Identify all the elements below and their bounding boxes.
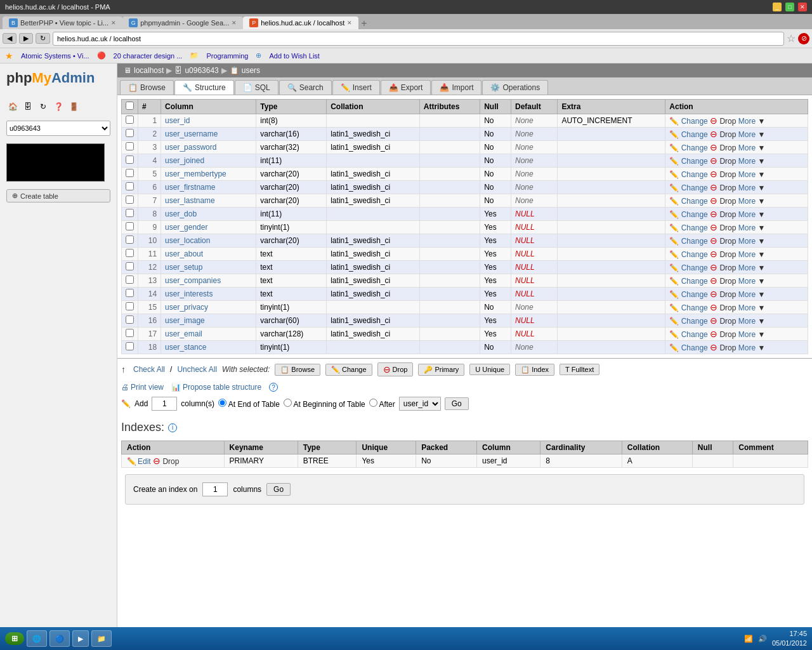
row-dropdown-icon[interactable]: ▼ bbox=[757, 330, 765, 339]
row-checkbox[interactable] bbox=[126, 222, 134, 230]
row-more-link[interactable]: More bbox=[738, 343, 756, 352]
indexes-help-icon[interactable]: i bbox=[168, 423, 177, 432]
row-checkbox[interactable] bbox=[126, 329, 134, 337]
row-more-link[interactable]: More bbox=[738, 157, 756, 166]
at-end-radio[interactable] bbox=[218, 399, 226, 407]
maximize-button[interactable]: □ bbox=[785, 3, 794, 11]
tab-close-0[interactable]: ✕ bbox=[111, 20, 116, 26]
taskbar-explorer[interactable]: 📁 bbox=[91, 630, 112, 647]
row-more-link[interactable]: More bbox=[738, 143, 756, 152]
bookmark-wishlist[interactable]: Add to Wish List bbox=[269, 52, 319, 60]
row-change-link[interactable]: Change bbox=[681, 157, 708, 166]
row-checkbox[interactable] bbox=[126, 289, 134, 297]
row-change-link[interactable]: Change bbox=[681, 143, 708, 152]
row-dropdown-icon[interactable]: ▼ bbox=[757, 183, 765, 192]
row-more-link[interactable]: More bbox=[738, 130, 756, 139]
row-drop-link[interactable]: Drop bbox=[719, 343, 736, 352]
row-change-link[interactable]: Change bbox=[681, 263, 708, 272]
bookmark-programming[interactable]: Programming bbox=[206, 52, 248, 60]
create-index-input[interactable] bbox=[202, 482, 228, 496]
home-icon[interactable]: 🏠 bbox=[6, 100, 19, 113]
row-dropdown-icon[interactable]: ▼ bbox=[757, 343, 765, 352]
row-dropdown-icon[interactable]: ▼ bbox=[757, 277, 765, 286]
database-selector[interactable]: u0963643 bbox=[6, 121, 110, 136]
browser-tab-2[interactable]: P helios.hud.ac.uk / localhost ✕ bbox=[243, 17, 358, 29]
row-checkbox[interactable] bbox=[126, 129, 134, 137]
star-icon[interactable]: ☆ bbox=[787, 32, 796, 44]
tab-close-1[interactable]: ✕ bbox=[232, 20, 237, 26]
stop-button[interactable]: ⊘ bbox=[798, 33, 809, 44]
primary-button[interactable]: 🔑 Primary bbox=[418, 364, 464, 376]
row-dropdown-icon[interactable]: ▼ bbox=[757, 223, 765, 232]
row-change-link[interactable]: Change bbox=[681, 210, 708, 219]
minimize-button[interactable]: _ bbox=[773, 3, 782, 11]
row-change-link[interactable]: Change bbox=[681, 117, 708, 126]
tab-insert[interactable]: ✏️Insert bbox=[332, 80, 380, 95]
row-drop-link[interactable]: Drop bbox=[719, 170, 736, 179]
browser-tab-1[interactable]: G phpmyadmin - Google Sea... ✕ bbox=[122, 17, 243, 29]
row-checkbox[interactable] bbox=[126, 249, 134, 257]
propose-table-link[interactable]: 📊 Propose table structure bbox=[171, 383, 261, 392]
row-drop-link[interactable]: Drop bbox=[719, 330, 736, 339]
index-edit-link[interactable]: ✏️ Edit bbox=[127, 457, 151, 466]
row-more-link[interactable]: More bbox=[738, 210, 756, 219]
drop-selected-button[interactable]: ⊖ Drop bbox=[377, 362, 414, 376]
address-input[interactable] bbox=[53, 32, 784, 46]
row-more-link[interactable]: More bbox=[738, 170, 756, 179]
refresh-button[interactable]: ↻ bbox=[36, 33, 50, 44]
row-dropdown-icon[interactable]: ▼ bbox=[757, 317, 765, 326]
row-drop-link[interactable]: Drop bbox=[719, 290, 736, 299]
change-selected-button[interactable]: ✏️ Change bbox=[325, 364, 372, 376]
row-more-link[interactable]: More bbox=[738, 263, 756, 272]
create-index-go-button[interactable]: Go bbox=[266, 483, 291, 496]
row-more-link[interactable]: More bbox=[738, 330, 756, 339]
row-change-link[interactable]: Change bbox=[681, 197, 708, 206]
row-checkbox[interactable] bbox=[126, 315, 134, 324]
row-change-link[interactable]: Change bbox=[681, 330, 708, 339]
breadcrumb-db[interactable]: u0963643 bbox=[185, 66, 218, 75]
row-checkbox[interactable] bbox=[126, 116, 134, 124]
select-all-checkbox[interactable] bbox=[126, 102, 134, 110]
row-more-link[interactable]: More bbox=[738, 277, 756, 286]
row-dropdown-icon[interactable]: ▼ bbox=[757, 117, 765, 126]
row-drop-link[interactable]: Drop bbox=[719, 317, 736, 326]
row-more-link[interactable]: More bbox=[738, 250, 756, 259]
start-button[interactable]: ⊞ bbox=[5, 632, 24, 645]
row-drop-link[interactable]: Drop bbox=[719, 303, 736, 312]
row-drop-link[interactable]: Drop bbox=[719, 143, 736, 152]
row-change-link[interactable]: Change bbox=[681, 290, 708, 299]
row-checkbox[interactable] bbox=[126, 342, 134, 350]
forward-button[interactable]: ▶ bbox=[19, 33, 33, 44]
refresh-icon[interactable]: ↻ bbox=[37, 100, 49, 113]
row-drop-link[interactable]: Drop bbox=[719, 117, 736, 126]
row-drop-link[interactable]: Drop bbox=[719, 277, 736, 286]
row-dropdown-icon[interactable]: ▼ bbox=[757, 210, 765, 219]
row-drop-link[interactable]: Drop bbox=[719, 250, 736, 259]
check-all-link[interactable]: Check All bbox=[133, 365, 165, 374]
new-tab-button[interactable]: + bbox=[358, 18, 369, 29]
row-dropdown-icon[interactable]: ▼ bbox=[757, 130, 765, 139]
db-icon[interactable]: 🗄 bbox=[22, 100, 34, 113]
row-checkbox[interactable] bbox=[126, 235, 134, 244]
add-cols-input[interactable] bbox=[152, 397, 177, 411]
index-drop-link[interactable]: Drop bbox=[162, 457, 179, 466]
row-change-link[interactable]: Change bbox=[681, 317, 708, 326]
row-drop-link[interactable]: Drop bbox=[719, 237, 736, 246]
row-dropdown-icon[interactable]: ▼ bbox=[757, 170, 765, 179]
browse-selected-button[interactable]: 📋 Browse bbox=[275, 364, 320, 376]
row-change-link[interactable]: Change bbox=[681, 170, 708, 179]
row-dropdown-icon[interactable]: ▼ bbox=[757, 290, 765, 299]
row-checkbox[interactable] bbox=[126, 169, 134, 177]
tab-operations[interactable]: ⚙️Operations bbox=[482, 80, 548, 95]
taskbar-chrome[interactable]: 🔵 bbox=[49, 630, 70, 647]
row-drop-link[interactable]: Drop bbox=[719, 223, 736, 232]
row-more-link[interactable]: More bbox=[738, 317, 756, 326]
row-more-link[interactable]: More bbox=[738, 237, 756, 246]
uncheck-all-link[interactable]: Uncheck All bbox=[177, 365, 217, 374]
tab-structure[interactable]: 🔧Structure bbox=[174, 80, 234, 95]
taskbar-media[interactable]: ▶ bbox=[72, 630, 89, 647]
row-drop-link[interactable]: Drop bbox=[719, 263, 736, 272]
back-button[interactable]: ◀ bbox=[3, 33, 16, 44]
row-dropdown-icon[interactable]: ▼ bbox=[757, 237, 765, 246]
row-change-link[interactable]: Change bbox=[681, 303, 708, 312]
